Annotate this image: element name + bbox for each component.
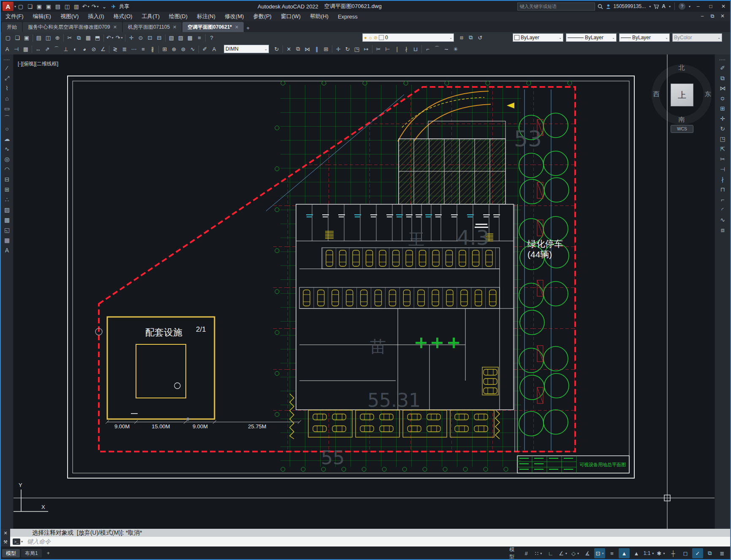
text-style-icon[interactable]: A [3,45,12,54]
layer-lock-icon[interactable]: ⊘ [374,35,378,41]
menu-item-t[interactable]: 工具(T) [137,12,164,21]
isodraft-icon[interactable]: ◇▾ [570,548,581,558]
insert-block-icon[interactable]: ⊟ [2,174,12,184]
chevron-down-icon[interactable]: ⌄ [559,36,562,40]
chamfer-icon[interactable]: ⌐ [717,195,728,205]
color-combo[interactable]: ByLayer ⌄ [513,33,563,42]
trim-icon[interactable]: ✂ [717,154,728,164]
zoom-realtime-icon[interactable]: ⊙ [136,34,145,42]
offset-icon[interactable]: ≎ [717,93,728,103]
match-properties-icon[interactable]: ⬒ [93,34,102,42]
hatch-icon[interactable]: ▨ [2,205,12,215]
create-block-icon[interactable]: ⊞ [2,184,12,195]
layer-previous-icon[interactable]: ↺ [476,33,485,42]
menu-item-f[interactable]: 文件(F) [1,12,28,21]
polar-tracking-icon[interactable]: ∠▾ [557,548,568,558]
chevron-down-icon[interactable]: ⌄ [612,36,615,40]
object-snap-icon[interactable]: ⊡▾ [594,548,605,558]
region-icon[interactable]: ◱ [2,225,12,235]
layer-match-icon[interactable]: ⧉ [466,33,476,42]
doc-close-button[interactable]: ✕ [717,12,728,20]
toolbar-grip[interactable]: ▪▪▪▪ [719,58,726,62]
properties-palette-icon[interactable]: ≡ [195,34,204,42]
line-icon[interactable]: ∕ [2,63,12,73]
chevron-down-icon[interactable]: ⌄ [264,47,267,51]
stretch-icon[interactable]: ↦ [361,45,371,53]
plot-icon[interactable]: ▤ [34,34,43,42]
menu-item-express[interactable]: Express [333,12,362,21]
mirror-icon[interactable]: ⋈ [303,45,312,53]
tab-model[interactable]: 模型 [2,549,20,557]
construction-line-icon[interactable]: ⤢ [2,73,12,83]
break-icon[interactable]: ∤ [402,45,411,53]
polyline-icon[interactable]: ⌇ [2,83,12,93]
layer-properties-icon[interactable]: ▧ [167,34,176,42]
object-isolate-icon[interactable]: ◻ [680,548,691,558]
search-icon[interactable] [598,4,603,9]
continue-dimension-icon[interactable]: ⋯ [129,45,139,54]
array-icon[interactable]: ⊞ [717,103,728,114]
save-as-icon[interactable]: ▣ [44,2,53,11]
maximize-button[interactable]: □ [706,2,716,11]
extend-icon[interactable]: ⊢ [383,45,392,53]
scale-icon[interactable]: ◳ [352,45,361,53]
drawing-canvas[interactable]: 9.00M 15.00M 9.00M 25.75M 配套设施 2/1 绿化停车 … [14,54,716,529]
autodesk-app-icon[interactable]: A [662,3,666,9]
layer-freeze-sun-icon[interactable]: ☼ [368,35,372,40]
dimension-text-edit-icon[interactable]: A [209,45,219,54]
linear-dimension-icon[interactable]: ↔ [33,45,43,54]
stretch-icon[interactable]: ⇱ [717,144,728,154]
plotstyle-combo[interactable]: ByColor ⌄ [672,33,722,42]
spline-edit-icon[interactable]: ∿ [717,215,728,225]
clean-screen-icon[interactable]: ⧉ [704,548,715,558]
layer-color-swatch[interactable] [379,35,384,40]
jogged-linear-icon[interactable]: ∿ [188,45,197,54]
zoom-window-icon[interactable]: ⊡ [145,34,155,42]
point-icon[interactable]: ∴ [2,195,12,205]
share-icon[interactable]: ✈ [109,2,118,11]
ellipse-icon[interactable]: ◎ [2,154,12,164]
chevron-down-icon[interactable]: ▾ [689,5,690,8]
snap-mode-icon[interactable]: ∷▾ [533,548,544,558]
viewcube-north[interactable]: 北 [677,64,686,72]
quick-dimension-icon[interactable]: ≷ [111,45,120,54]
extend-icon[interactable]: ⊣ [717,164,728,174]
qat-customize-icon[interactable]: ⌄ [100,2,109,11]
explode-icon[interactable]: ⧈ [717,225,728,235]
menu-item-w[interactable]: 窗口(W) [276,12,305,21]
jogged-dimension-icon[interactable]: ◕ [80,45,89,54]
rectangle-icon[interactable]: ▭ [2,103,12,114]
annotation-visibility-icon[interactable]: ▲ [619,548,630,558]
break-icon[interactable]: ∤ [717,174,728,184]
blend-curves-icon[interactable]: ∼ [442,45,451,53]
menu-item-h[interactable]: 帮助(H) [305,12,333,21]
help-icon[interactable]: ? [207,34,216,42]
dimension-spacing-icon[interactable]: ≡ [139,45,148,54]
menu-item-v[interactable]: 视图(V) [56,12,83,21]
trim-icon[interactable]: ✂ [374,45,383,53]
copy-icon[interactable]: ⧉ [293,45,303,53]
inspection-icon[interactable]: ⊚ [179,45,188,54]
model-paper-toggle-icon[interactable]: 模型 [508,548,519,558]
menu-item-e[interactable]: 编辑(E) [28,12,56,21]
wcs-button[interactable]: WCS [671,125,693,133]
move-icon[interactable]: ✛ [334,45,343,53]
rotate-icon[interactable]: ↻ [717,124,728,134]
layer-combo[interactable]: ● ☼ ⊘ 0 ⌄ [362,33,454,42]
tab-layout1[interactable]: 布局1 [21,549,42,557]
doc-restore-button[interactable]: ⧉ [707,12,717,20]
status-customize-icon[interactable]: ≣ [717,548,728,558]
explode-icon[interactable]: ✳ [451,45,460,53]
new-tab-button[interactable]: + [244,24,252,32]
publish-icon[interactable]: ⊕ [53,34,62,42]
fillet-icon[interactable]: ⌒ [432,45,442,53]
user-icon[interactable] [606,4,611,9]
menu-item-m[interactable]: 修改(M) [220,12,249,21]
minimize-button[interactable]: – [693,2,703,11]
dimension-style-icon[interactable]: ⊣ [12,45,21,54]
command-prompt-icon[interactable]: >_ [13,538,20,545]
plot-preview-icon[interactable]: ◫ [43,34,53,42]
account-id[interactable]: 1505999135... [614,3,646,9]
circle-icon[interactable]: ○ [2,124,12,134]
open-file-icon[interactable]: ❏ [13,34,22,42]
